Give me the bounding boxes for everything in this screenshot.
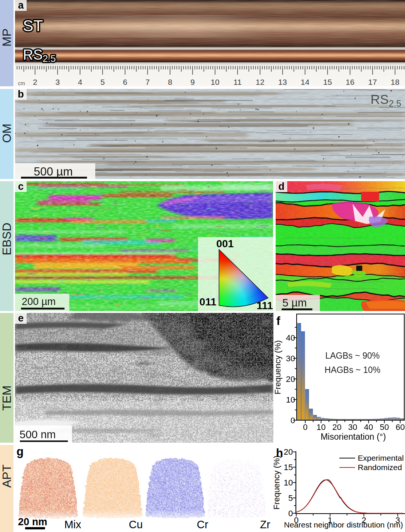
svg-text:20: 20 xyxy=(284,447,293,457)
svg-text:500 µm: 500 µm xyxy=(34,165,73,178)
svg-text:10: 10 xyxy=(286,395,295,404)
svg-text:17: 17 xyxy=(368,78,377,86)
svg-text:8: 8 xyxy=(168,78,172,86)
svg-text:200 µm: 200 µm xyxy=(22,296,56,307)
svg-text:Zr: Zr xyxy=(260,518,270,530)
svg-text:011: 011 xyxy=(200,296,216,308)
svg-text:Nearest neighbor distribution: Nearest neighbor distribution (nm) xyxy=(284,520,403,529)
svg-text:0: 0 xyxy=(291,416,295,425)
svg-text:LAGBs ~ 90%: LAGBs ~ 90% xyxy=(325,351,380,361)
svg-text:111: 111 xyxy=(256,300,273,311)
svg-text:40: 40 xyxy=(364,422,373,432)
svg-text:Misorientation (°): Misorientation (°) xyxy=(321,432,386,442)
svg-text:14: 14 xyxy=(301,78,310,86)
svg-text:500 nm: 500 nm xyxy=(20,428,56,440)
svg-text:18: 18 xyxy=(391,78,399,86)
svg-text:RS2.5: RS2.5 xyxy=(23,47,56,64)
svg-text:001: 001 xyxy=(216,238,234,249)
svg-text:15: 15 xyxy=(284,463,293,472)
svg-text:Cr: Cr xyxy=(197,518,208,530)
svg-text:30: 30 xyxy=(348,422,357,432)
svg-text:Mix: Mix xyxy=(64,518,81,530)
svg-text:0: 0 xyxy=(303,422,308,432)
svg-text:50: 50 xyxy=(380,422,389,432)
svg-text:20: 20 xyxy=(332,422,341,432)
svg-text:f: f xyxy=(276,314,280,328)
svg-text:10: 10 xyxy=(284,478,293,487)
svg-text:HAGBs ~ 10%: HAGBs ~ 10% xyxy=(325,365,381,375)
svg-text:12: 12 xyxy=(256,78,264,86)
svg-text:10: 10 xyxy=(316,422,326,432)
svg-text:13: 13 xyxy=(278,78,287,86)
svg-text:30: 30 xyxy=(286,354,295,363)
svg-text:20 nm: 20 nm xyxy=(18,516,47,527)
svg-text:Frequency (%): Frequency (%) xyxy=(273,340,282,394)
svg-text:15: 15 xyxy=(323,78,332,86)
svg-text:20: 20 xyxy=(286,374,295,384)
svg-text:Randomized: Randomized xyxy=(358,463,402,472)
svg-text:Frequency (%): Frequency (%) xyxy=(273,455,281,509)
svg-text:h: h xyxy=(276,446,283,460)
svg-text:7: 7 xyxy=(146,78,150,86)
svg-text:ST: ST xyxy=(23,17,43,35)
svg-text:10: 10 xyxy=(211,78,219,86)
svg-text:Cu: Cu xyxy=(129,518,142,530)
svg-text:9: 9 xyxy=(190,78,195,86)
svg-text:16: 16 xyxy=(346,78,354,86)
svg-text:g: g xyxy=(16,445,24,458)
svg-text:Experimental: Experimental xyxy=(358,454,404,462)
svg-text:5: 5 xyxy=(288,493,293,503)
svg-text:60: 60 xyxy=(396,422,405,432)
svg-text:5 µm: 5 µm xyxy=(282,297,307,309)
svg-text:0: 0 xyxy=(288,509,293,518)
svg-text:40: 40 xyxy=(286,333,295,343)
svg-text:11: 11 xyxy=(234,78,242,86)
